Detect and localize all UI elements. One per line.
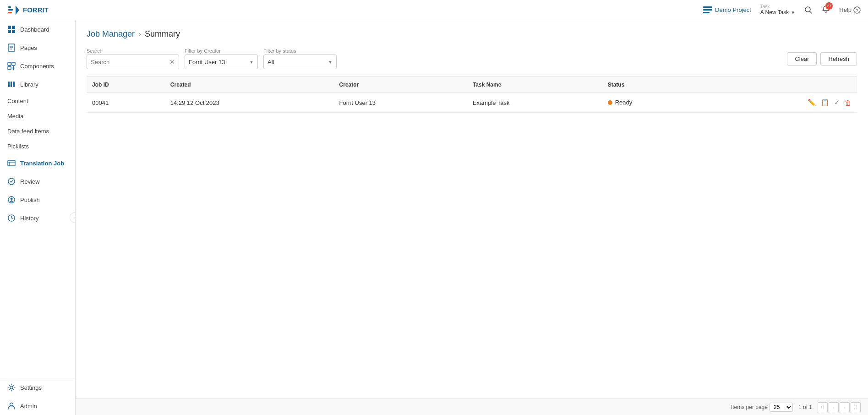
search-filter-group: Search ✕ <box>87 48 179 69</box>
cell-actions: ✏️ 📋 ✓ 🗑 <box>702 93 857 113</box>
search-icon[interactable] <box>804 6 813 14</box>
sidebar-bottom: Settings Admin <box>0 378 75 415</box>
svg-line-8 <box>810 11 812 13</box>
status-dot: Ready <box>608 99 633 106</box>
pagination-bar: Items per page 25 50 100 1 of 1 ⟨⟨ ‹ › ⟩… <box>76 399 868 415</box>
task-section-label: Task <box>760 4 795 9</box>
sidebar-item-content[interactable]: Content <box>0 93 75 109</box>
sidebar-item-settings[interactable]: Settings <box>0 378 75 397</box>
sidebar-item-picklists[interactable]: Picklists <box>0 139 75 154</box>
search-input-wrapper: ✕ <box>87 55 179 69</box>
search-input[interactable] <box>91 59 168 66</box>
approve-icon[interactable]: ✓ <box>834 98 840 107</box>
search-filter-label: Search <box>87 48 179 54</box>
col-task-name: Task Name <box>467 77 602 93</box>
search-clear-button[interactable]: ✕ <box>169 58 175 66</box>
main-content-area: Job Manager › Summary Search ✕ Filter by… <box>76 20 868 415</box>
svg-rect-23 <box>11 82 12 87</box>
publish-icon <box>7 196 16 204</box>
svg-rect-0 <box>8 6 11 8</box>
col-created: Created <box>165 77 334 93</box>
cell-creator: Forrit User 13 <box>334 93 467 113</box>
status-filter-select[interactable]: All ▼ <box>263 55 337 69</box>
delete-icon[interactable]: 🗑 <box>845 99 852 107</box>
last-page-button[interactable]: ⟩⟩ <box>851 402 861 412</box>
pages-icon <box>7 44 16 52</box>
main-content: Job Manager › Summary Search ✕ Filter by… <box>76 20 868 399</box>
task-selector[interactable]: Task A New Task ▼ <box>760 4 795 16</box>
status-dot-circle <box>608 100 612 105</box>
table-row: 00041 14:29 12 Oct 2023 Forrit User 13 E… <box>87 93 857 113</box>
table-header: Job ID Created Creator Task Name Status <box>87 77 857 93</box>
row-actions: ✏️ 📋 ✓ 🗑 <box>708 98 852 107</box>
project-name: Demo Project <box>715 6 751 13</box>
jobs-table: Job ID Created Creator Task Name Status … <box>87 77 857 113</box>
sidebar-label-components: Components <box>20 63 54 70</box>
sidebar-item-admin[interactable]: Admin <box>0 397 75 415</box>
history-icon <box>7 214 16 222</box>
task-name: A New Task <box>760 9 789 16</box>
sidebar-item-components[interactable]: Components <box>0 57 75 75</box>
sidebar: Dashboard Pages Components <box>0 20 76 415</box>
cell-task-name: Example Task <box>467 93 602 113</box>
per-page-dropdown[interactable]: 25 50 100 <box>770 403 793 412</box>
first-page-button[interactable]: ⟨⟨ <box>818 402 828 412</box>
svg-rect-14 <box>12 30 15 33</box>
page-header: Job Manager › Summary <box>87 29 857 39</box>
task-dropdown-arrow[interactable]: ▼ <box>791 10 795 15</box>
creator-filter-label: Filter by Creator <box>185 48 258 54</box>
svg-rect-2 <box>8 12 12 13</box>
sidebar-item-history[interactable]: History <box>0 209 75 227</box>
cell-job-id: 00041 <box>87 93 165 113</box>
creator-filter-group: Filter by Creator Forrit User 13 ▼ <box>185 48 258 69</box>
sidebar-item-pages[interactable]: Pages <box>0 38 75 57</box>
refresh-button[interactable]: Refresh <box>820 52 857 66</box>
topbar-right: Demo Project Task A New Task ▼ 27 Help <box>703 4 861 16</box>
sidebar-label-admin: Admin <box>20 403 37 410</box>
creator-filter-select[interactable]: Forrit User 13 ▼ <box>185 55 258 69</box>
cell-created: 14:29 12 Oct 2023 <box>165 93 334 113</box>
translation-icon <box>7 159 16 167</box>
creator-filter-value: Forrit User 13 <box>189 59 225 66</box>
col-actions <box>702 77 857 93</box>
svg-rect-5 <box>703 9 712 11</box>
breadcrumb-parent[interactable]: Job Manager <box>87 29 135 39</box>
jobs-table-container: Job ID Created Creator Task Name Status … <box>87 76 857 113</box>
logo[interactable]: FORRIT <box>7 4 49 16</box>
sidebar-item-publish[interactable]: Publish <box>0 191 75 209</box>
copy-icon[interactable]: 📋 <box>821 98 830 107</box>
prev-page-button[interactable]: ‹ <box>829 402 839 412</box>
settings-icon <box>7 383 16 392</box>
clear-button[interactable]: Clear <box>787 52 817 66</box>
sidebar-item-library[interactable]: Library <box>0 75 75 93</box>
next-page-button[interactable]: › <box>840 402 850 412</box>
svg-rect-19 <box>8 62 11 66</box>
review-icon <box>7 177 16 186</box>
project-selector[interactable]: Demo Project <box>703 6 751 14</box>
svg-point-32 <box>10 386 13 389</box>
library-icon <box>7 80 16 88</box>
sidebar-label-publish: Publish <box>20 197 40 203</box>
sidebar-label-dashboard: Dashboard <box>20 26 49 33</box>
admin-icon <box>7 402 16 410</box>
sidebar-item-review[interactable]: Review <box>0 172 75 191</box>
dashboard-icon <box>7 25 16 33</box>
col-job-id: Job ID <box>87 77 165 93</box>
sidebar-item-dashboard[interactable]: Dashboard <box>0 20 75 38</box>
sidebar-item-media[interactable]: Media <box>0 109 75 124</box>
status-filter-arrow: ▼ <box>328 60 333 65</box>
sidebar-label-library: Library <box>20 81 38 88</box>
breadcrumb-current: Summary <box>145 29 180 39</box>
status-filter-group: Filter by status All ▼ <box>263 48 337 69</box>
svg-rect-25 <box>8 160 15 166</box>
sidebar-label-settings: Settings <box>20 384 42 391</box>
svg-rect-1 <box>8 9 13 11</box>
table-body: 00041 14:29 12 Oct 2023 Forrit User 13 E… <box>87 93 857 113</box>
edit-icon[interactable]: ✏️ <box>808 98 816 107</box>
svg-rect-12 <box>12 26 15 29</box>
items-per-page-label: Items per page <box>731 404 768 410</box>
sidebar-item-translation-job[interactable]: Translation Job <box>0 154 75 172</box>
notifications-bell[interactable]: 27 <box>822 5 830 15</box>
help-button[interactable]: Help ? <box>839 6 861 14</box>
sidebar-item-data-feed[interactable]: Data feed items <box>0 124 75 139</box>
